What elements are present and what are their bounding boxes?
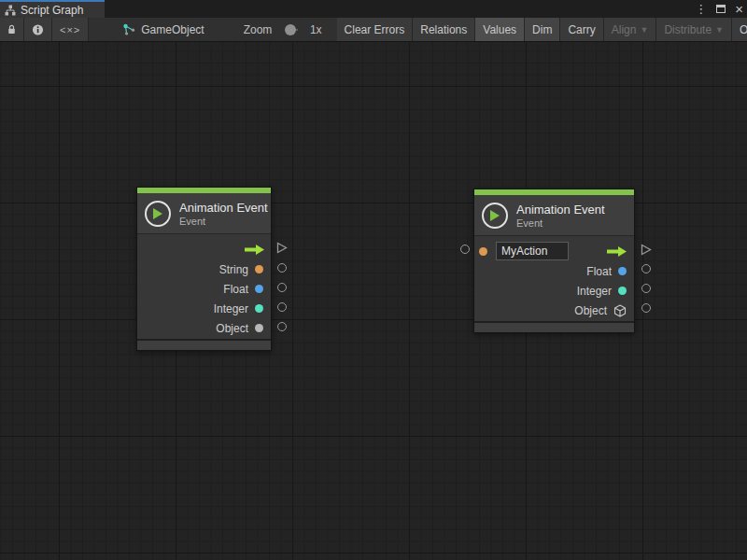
info-icon bbox=[32, 23, 44, 36]
node-body: String Float Integer Object bbox=[137, 233, 271, 339]
lock-button[interactable] bbox=[0, 18, 24, 41]
zoom-label: Zoom bbox=[236, 18, 280, 41]
port-row-object: Object bbox=[474, 301, 634, 320]
graph-icon bbox=[5, 5, 16, 16]
node-title: Animation Event bbox=[516, 203, 605, 217]
align-dropdown[interactable]: Align ▼ bbox=[604, 18, 657, 41]
integer-port-dot bbox=[255, 304, 263, 313]
dim-toggle[interactable]: Dim bbox=[525, 18, 560, 41]
gameobject-graph-icon bbox=[122, 23, 135, 35]
dropdown-arrow-icon: ▼ bbox=[640, 25, 648, 35]
port-row-integer: Integer bbox=[474, 281, 634, 301]
trigger-out-port[interactable] bbox=[275, 242, 288, 254]
node-header[interactable]: Animation Event Event bbox=[474, 195, 634, 235]
info-button[interactable] bbox=[24, 18, 52, 41]
name-input-port-dot bbox=[479, 247, 487, 256]
node-title: Animation Event bbox=[179, 201, 268, 215]
target-gameobject-button[interactable]: GameObject bbox=[115, 18, 211, 41]
window-controls: ⋮ × bbox=[695, 0, 743, 18]
string-out-port[interactable] bbox=[277, 263, 287, 273]
float-out-port[interactable] bbox=[641, 264, 651, 273]
node-body: Float Integer Object bbox=[474, 235, 634, 321]
float-port-dot bbox=[618, 267, 627, 275]
maximize-icon[interactable] bbox=[716, 5, 726, 13]
port-row-float: Float bbox=[137, 279, 271, 299]
port-row-integer: Integer bbox=[137, 299, 271, 318]
node-footer bbox=[137, 339, 271, 350]
dropdown-arrow-icon: ▼ bbox=[715, 25, 724, 35]
flow-arrow-icon bbox=[607, 245, 627, 258]
integer-out-port[interactable] bbox=[277, 302, 287, 312]
name-in-port[interactable] bbox=[460, 245, 470, 254]
object-out-port[interactable] bbox=[641, 303, 651, 313]
port-row-float: Float bbox=[474, 261, 634, 281]
input-and-trigger-row bbox=[474, 241, 634, 261]
string-port-dot bbox=[255, 265, 263, 273]
port-row-string: String bbox=[137, 259, 271, 279]
zoom-slider[interactable] bbox=[287, 18, 298, 41]
node-subtitle: Event bbox=[179, 216, 268, 227]
integer-out-port[interactable] bbox=[641, 284, 651, 293]
menu-icon[interactable]: ⋮ bbox=[695, 3, 707, 15]
integer-port-dot bbox=[618, 287, 627, 295]
close-icon[interactable]: × bbox=[735, 2, 743, 16]
zoom-slider-handle[interactable] bbox=[285, 24, 296, 35]
object-out-port[interactable] bbox=[277, 322, 287, 331]
flow-arrow-icon bbox=[245, 244, 265, 256]
node-subtitle: Event bbox=[516, 217, 605, 229]
float-out-port[interactable] bbox=[277, 283, 287, 292]
port-row-object: Object bbox=[137, 318, 271, 338]
tab-label: Script Graph bbox=[21, 4, 83, 17]
object-port-dot bbox=[255, 324, 263, 332]
action-name-input[interactable] bbox=[496, 242, 569, 260]
lock-icon bbox=[7, 23, 16, 35]
cube-icon bbox=[613, 304, 627, 317]
node-animation-event-1[interactable]: Animation Event Event String Float bbox=[136, 187, 272, 351]
trigger-out-row bbox=[137, 239, 271, 259]
tab-script-graph[interactable]: Script Graph bbox=[0, 0, 105, 18]
zoom-value: 1x bbox=[303, 18, 330, 41]
target-label: GameObject bbox=[141, 23, 204, 36]
graph-canvas[interactable]: Animation Event Event String Float bbox=[0, 42, 747, 560]
event-play-icon bbox=[145, 201, 171, 227]
graph-toolbar: <×> GameObject Zoom 1x Clear Errors Rela… bbox=[0, 18, 747, 42]
node-footer bbox=[474, 321, 634, 332]
script-graph-window: Script Graph ⋮ × <×> bbox=[0, 0, 747, 560]
relations-button[interactable]: Relations bbox=[413, 18, 475, 41]
values-toggle[interactable]: Values bbox=[475, 18, 525, 41]
event-play-icon bbox=[482, 203, 508, 229]
overview-button[interactable]: Overv bbox=[732, 18, 747, 41]
node-animation-event-2[interactable]: Animation Event Event Float bbox=[473, 189, 635, 333]
clear-errors-button[interactable]: Clear Errors bbox=[337, 18, 414, 41]
float-port-dot bbox=[255, 285, 263, 293]
node-header[interactable]: Animation Event Event bbox=[137, 193, 271, 233]
carry-toggle[interactable]: Carry bbox=[560, 18, 603, 41]
title-bar: Script Graph ⋮ × bbox=[0, 0, 747, 18]
distribute-dropdown[interactable]: Distribute ▼ bbox=[656, 18, 732, 41]
code-view-button[interactable]: <×> bbox=[52, 18, 89, 41]
trigger-out-port[interactable] bbox=[640, 244, 652, 256]
